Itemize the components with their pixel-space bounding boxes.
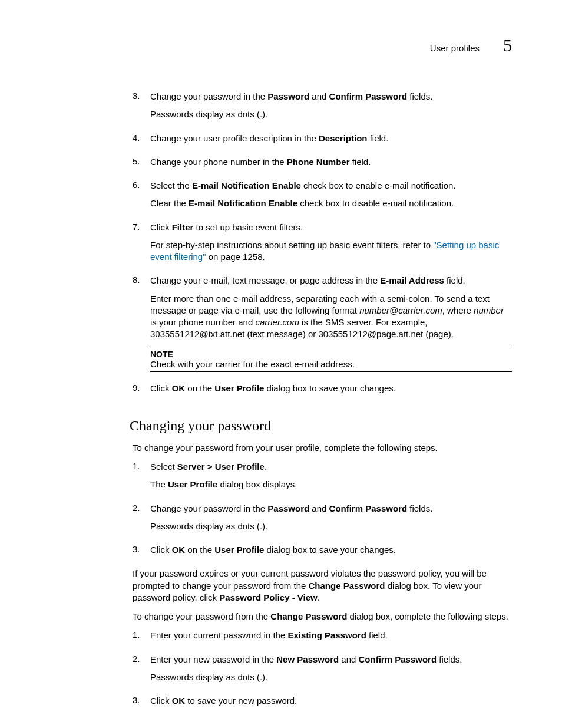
step-body: Change your user profile description in … (150, 133, 512, 150)
step-text: Change your user profile description in … (150, 133, 512, 144)
step-text: Enter your current password in the Exist… (150, 630, 512, 641)
step-number: 5. (133, 156, 150, 174)
step-text: Enter your new password in the New Passw… (150, 654, 512, 666)
list-item: 9. Click OK on the User Profile dialog b… (133, 383, 512, 400)
list-item: 2. Change your password in the Password … (133, 503, 512, 539)
step-text: Click Filter to set up basic event filte… (150, 222, 512, 233)
step-text: Change your password in the Password and… (150, 503, 512, 515)
header-section-title: User profiles (430, 43, 480, 53)
step-body: Change your password in the Password and… (150, 503, 512, 539)
step-subtext: The User Profile dialog box displays. (150, 479, 512, 490)
change-intro-paragraph: To change your password from the Change … (133, 611, 512, 622)
note-box: NOTE Check with your carrier for the exa… (150, 347, 512, 372)
step-body: Click Filter to set up basic event filte… (150, 222, 512, 269)
step-number: 1. (133, 461, 150, 497)
list-item: 3. Change your password in the Password … (133, 91, 512, 127)
list-item: 7. Click Filter to set up basic event fi… (133, 222, 512, 269)
list-item: 6. Select the E-mail Notification Enable… (133, 180, 512, 216)
step-body: Enter your current password in the Exist… (150, 630, 512, 647)
step-number: 9. (133, 383, 150, 400)
step-text: Select the E-mail Notification Enable ch… (150, 180, 512, 192)
steps-list-a: 3. Change your password in the Password … (133, 91, 512, 400)
policy-paragraph: If your password expires or your current… (133, 568, 512, 604)
step-subtext: Passwords display as dots (.). (150, 671, 512, 683)
step-body: Change your phone number in the Phone Nu… (150, 156, 512, 174)
step-text: Click OK on the User Profile dialog box … (150, 544, 512, 556)
step-text: Change your password in the Password and… (150, 91, 512, 103)
list-item: 4. Change your user profile description … (133, 133, 512, 150)
step-number: 6. (133, 180, 150, 216)
step-subtext: Clear the E-mail Notification Enable che… (150, 197, 512, 209)
step-subtext: For step-by-step instructions about sett… (150, 239, 512, 263)
chapter-number: 5 (503, 35, 512, 55)
step-number: 3. (133, 91, 150, 127)
step-subtext: Passwords display as dots (.). (150, 521, 512, 532)
step-number: 2. (133, 503, 150, 539)
page-header: User profiles 5 (133, 35, 512, 55)
list-item: 8. Change your e-mail, text message, or … (133, 275, 512, 376)
note-text: Check with your carrier for the exact e-… (150, 359, 512, 369)
step-number: 1. (133, 630, 150, 647)
steps-list-b: 1. Select Server > User Profile. The Use… (133, 461, 512, 562)
step-subtext: Enter more than one e-mail address, sepa… (150, 293, 512, 341)
step-body: Change your e-mail, text message, or pag… (150, 275, 512, 376)
step-text: Click OK to save your new password. (150, 695, 512, 707)
step-body: Select Server > User Profile. The User P… (150, 461, 512, 497)
step-text: Change your e-mail, text message, or pag… (150, 275, 512, 286)
step-text: Change your phone number in the Phone Nu… (150, 156, 512, 168)
step-number: 3. (133, 695, 150, 713)
step-number: 3. (133, 544, 150, 562)
list-item: 3. Click OK on the User Profile dialog b… (133, 544, 512, 562)
section-heading: Changing your password (130, 418, 512, 434)
step-body: Click OK on the User Profile dialog box … (150, 544, 512, 562)
step-body: Select the E-mail Notification Enable ch… (150, 180, 512, 216)
step-text: Click OK on the User Profile dialog box … (150, 383, 512, 394)
step-number: 2. (133, 654, 150, 690)
step-body: Click OK to save your new password. (150, 695, 512, 713)
note-label: NOTE (150, 350, 512, 359)
list-item: 1. Select Server > User Profile. The Use… (133, 461, 512, 497)
list-item: 2. Enter your new password in the New Pa… (133, 654, 512, 690)
list-item: 1. Enter your current password in the Ex… (133, 630, 512, 647)
step-body: Change your password in the Password and… (150, 91, 512, 127)
intro-paragraph: To change your password from your user p… (133, 442, 512, 454)
step-number: 7. (133, 222, 150, 269)
step-number: 4. (133, 133, 150, 150)
step-text: Select Server > User Profile. (150, 461, 512, 473)
step-body: Click OK on the User Profile dialog box … (150, 383, 512, 400)
step-number: 8. (133, 275, 150, 376)
list-item: 3. Click OK to save your new password. (133, 695, 512, 713)
step-subtext: Passwords display as dots (.). (150, 108, 512, 120)
list-item: 5. Change your phone number in the Phone… (133, 156, 512, 174)
steps-list-c: 1. Enter your current password in the Ex… (133, 630, 512, 713)
step-body: Enter your new password in the New Passw… (150, 654, 512, 690)
document-page: User profiles 5 3. Change your password … (0, 0, 562, 728)
